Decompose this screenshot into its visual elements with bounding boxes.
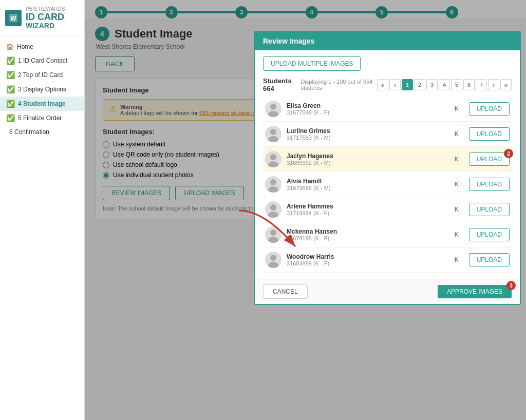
upload-student-btn-5[interactable]: UPLOAD (469, 203, 510, 216)
review-images-modal: Review Images UPLOAD MULTIPLE IMAGES Stu… (254, 31, 521, 305)
pbis-label: PBIS REWARDS (26, 6, 65, 12)
student-avatar-5 (265, 201, 281, 218)
student-info-7: Woodrow Harris 31684999 (K - F) (287, 253, 444, 266)
sidebar-item-top-of-id-card[interactable]: ✅ 2 Top of ID Card (0, 68, 84, 82)
student-info-1: Elisa Green 31677048 (K - F) (287, 102, 444, 116)
svg-point-18 (270, 104, 276, 110)
sidebar-item-confirmation[interactable]: 6 Confirmation (0, 125, 84, 139)
check-icon-4: ✅ (6, 100, 15, 108)
svg-point-30 (270, 204, 276, 211)
student-id-3: 31699992 (K - M) (287, 160, 444, 166)
student-info-5: Arlene Hammes 31719994 (K - F) (287, 203, 444, 216)
home-label: Home (17, 43, 33, 50)
approve-images-button[interactable]: APPROVE IMAGES 3 (438, 285, 512, 298)
cancel-button[interactable]: CANCEL (263, 284, 308, 299)
nav-label-6: 6 Confirmation (9, 128, 49, 136)
students-display-info: Displaying 1 - 100 out of 664 students (300, 79, 374, 91)
svg-point-33 (270, 230, 276, 236)
modal-title: Review Images (263, 37, 314, 45)
student-row-highlighted: Jaclyn Hagenes 31699992 (K - M) K UPLOAD… (263, 147, 512, 172)
nav-label-5: 5 Finalize Order (18, 114, 62, 122)
student-grade-3: K (455, 156, 459, 163)
approve-badge: 3 (506, 281, 516, 290)
page-btn-2[interactable]: 2 (414, 79, 425, 90)
page-btn-7[interactable]: 7 (476, 79, 487, 90)
nav-label-3: 3 Display Options (18, 86, 66, 93)
student-name-1: Elisa Green (287, 102, 444, 109)
student-id-1: 31677048 (K - F) (287, 109, 444, 116)
student-grade-6: K (455, 231, 459, 238)
check-icon-3: ✅ (6, 85, 15, 93)
student-row: Mckenna Hansen 31678198 (K - F) K UPLOAD (263, 222, 512, 247)
students-count: Students 664 (263, 77, 300, 92)
page-last-btn[interactable]: » (500, 79, 512, 90)
page-btn-1[interactable]: 1 (402, 79, 413, 90)
students-header: Students 664 Displaying 1 - 100 out of 6… (263, 77, 512, 92)
student-id-6: 31678198 (K - F) (287, 235, 444, 241)
student-id-5: 31719994 (K - F) (287, 210, 444, 216)
sidebar-item-finalize-order[interactable]: ✅ 5 Finalize Order (0, 111, 84, 125)
nav-label-2: 2 Top of ID Card (18, 71, 63, 79)
sidebar: W PBIS REWARDS ID CARD WIZARD 🏠 Home ✅ 1… (0, 0, 85, 420)
check-icon-5: ✅ (6, 114, 15, 122)
student-avatar-7 (265, 252, 281, 268)
modal-header: Review Images (255, 32, 520, 50)
page-btn-6[interactable]: 6 (463, 79, 475, 90)
sidebar-item-home[interactable]: 🏠 Home (0, 40, 84, 53)
wizard-label: WIZARD (26, 22, 65, 30)
student-row: Lurline Grimes 31717583 (K - M) K UPLOAD (263, 122, 512, 147)
student-avatar-1 (265, 101, 281, 117)
sidebar-item-id-card-contact[interactable]: ✅ 1 ID Card Contact (0, 53, 84, 68)
nav-label-4: 4 Student Image (18, 100, 66, 107)
sidebar-item-display-options[interactable]: ✅ 3 Display Options (0, 82, 84, 97)
student-grade-7: K (455, 256, 459, 263)
upload-student-btn-7[interactable]: UPLOAD (469, 253, 510, 266)
sidebar-navigation: 🏠 Home ✅ 1 ID Card Contact ✅ 2 Top of ID… (0, 36, 84, 143)
student-list: Elisa Green 31677048 (K - F) K UPLOAD Lu… (263, 97, 512, 273)
student-row: Elisa Green 31677048 (K - F) K UPLOAD (263, 97, 512, 122)
student-row: Woodrow Harris 31684999 (K - F) K UPLOAD (263, 247, 512, 273)
student-row: Alvis Hamill 31679686 (K - M) K UPLOAD (263, 172, 512, 197)
student-name-3: Jaclyn Hagenes (287, 152, 444, 160)
student-avatar-2 (265, 126, 281, 142)
check-icon-2: ✅ (6, 71, 15, 79)
student-id-4: 31679686 (K - M) (287, 185, 444, 191)
student-avatar-4 (265, 176, 281, 193)
student-id-2: 31717583 (K - M) (287, 135, 444, 141)
student-info-3: Jaclyn Hagenes 31699992 (K - M) (287, 152, 444, 166)
student-info-2: Lurline Grimes 31717583 (K - M) (287, 127, 444, 141)
upload-student-btn-1[interactable]: UPLOAD (469, 102, 510, 116)
student-grade-4: K (455, 181, 459, 188)
modal-body: UPLOAD MULTIPLE IMAGES Students 664 Disp… (255, 50, 520, 279)
check-icon-1: ✅ (6, 56, 15, 65)
student-grade-5: K (455, 206, 459, 213)
modal-footer: CANCEL APPROVE IMAGES 3 (255, 279, 520, 304)
svg-point-21 (270, 129, 276, 135)
main-content: 1 2 3 4 5 6 4 Student Image West Sh (85, 0, 526, 420)
upload-student-btn-6[interactable]: UPLOAD (469, 228, 510, 241)
page-btn-3[interactable]: 3 (426, 79, 438, 90)
student-info-4: Alvis Hamill 31679686 (K - M) (287, 178, 444, 191)
page-first-btn[interactable]: « (377, 79, 388, 90)
page-next-btn[interactable]: › (488, 79, 499, 90)
student-avatar-6 (265, 226, 281, 243)
modal-overlay: Review Images UPLOAD MULTIPLE IMAGES Stu… (85, 0, 526, 420)
sidebar-item-student-image[interactable]: ✅ 4 Student Image (0, 97, 84, 111)
page-btn-4[interactable]: 4 (439, 79, 450, 90)
upload-student-btn-3[interactable]: UPLOAD 2 (469, 152, 510, 166)
svg-text:W: W (10, 15, 16, 22)
svg-point-36 (270, 255, 276, 261)
sidebar-logo: W PBIS REWARDS ID CARD WIZARD (0, 0, 84, 36)
student-grade-1: K (455, 105, 459, 112)
student-grade-2: K (455, 130, 459, 138)
upload-student-btn-4[interactable]: UPLOAD (469, 178, 510, 191)
page-prev-btn[interactable]: ‹ (389, 79, 401, 90)
page-btn-5[interactable]: 5 (451, 79, 462, 90)
logo-text: PBIS REWARDS ID CARD WIZARD (26, 6, 65, 30)
home-icon: 🏠 (6, 43, 14, 50)
student-info-6: Mckenna Hansen 31678198 (K - F) (287, 228, 444, 241)
upload-multiple-button[interactable]: UPLOAD MULTIPLE IMAGES (263, 56, 361, 71)
svg-point-27 (270, 179, 276, 185)
upload-student-btn-2[interactable]: UPLOAD (469, 127, 510, 141)
student-id-7: 31684999 (K - F) (287, 260, 444, 266)
